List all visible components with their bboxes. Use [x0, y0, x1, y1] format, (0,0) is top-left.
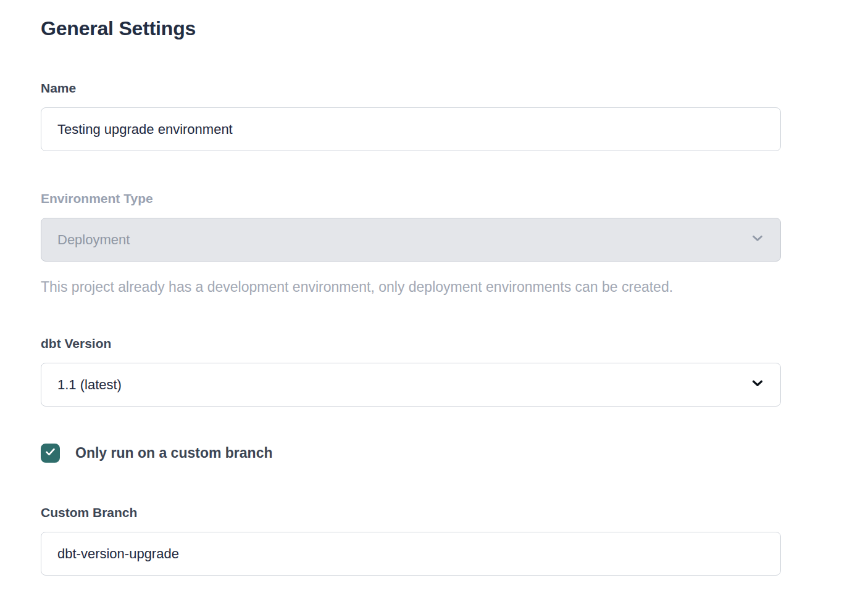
- name-input[interactable]: [41, 107, 781, 151]
- custom-branch-checkbox[interactable]: [41, 444, 60, 463]
- name-field-label: Name: [41, 80, 781, 96]
- dbt-version-value: 1.1 (latest): [57, 377, 122, 393]
- environment-type-label: Environment Type: [41, 191, 781, 207]
- general-settings-page: General Settings Name Environment Type D…: [0, 0, 868, 591]
- custom-branch-label: Custom Branch: [41, 505, 781, 521]
- environment-type-value: Deployment: [57, 232, 130, 248]
- checkmark-icon: [44, 446, 56, 460]
- custom-branch-input[interactable]: [41, 532, 781, 576]
- custom-branch-checkbox-row: Only run on a custom branch: [41, 444, 781, 463]
- dbt-version-label: dbt Version: [41, 336, 781, 352]
- chevron-down-icon: [749, 375, 766, 395]
- chevron-down-icon: [749, 230, 766, 250]
- environment-type-help-text: This project already has a development e…: [41, 278, 781, 296]
- environment-type-select: Deployment: [41, 218, 781, 262]
- custom-branch-checkbox-label[interactable]: Only run on a custom branch: [75, 445, 272, 461]
- dbt-version-select[interactable]: 1.1 (latest): [41, 363, 781, 407]
- page-title: General Settings: [41, 16, 781, 41]
